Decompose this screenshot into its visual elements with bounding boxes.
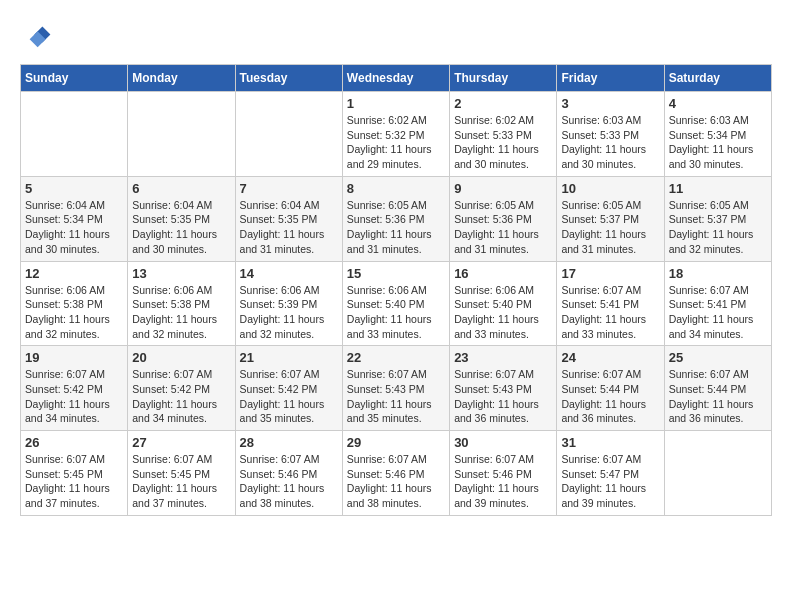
day-cell: 14Sunrise: 6:06 AMSunset: 5:39 PMDayligh… <box>235 261 342 346</box>
day-info: Sunrise: 6:07 AMSunset: 5:45 PMDaylight:… <box>132 452 230 511</box>
day-number: 18 <box>669 266 767 281</box>
weekday-header-wednesday: Wednesday <box>342 65 449 92</box>
logo-icon <box>20 20 52 52</box>
week-row-1: 1Sunrise: 6:02 AMSunset: 5:32 PMDaylight… <box>21 92 772 177</box>
week-row-4: 19Sunrise: 6:07 AMSunset: 5:42 PMDayligh… <box>21 346 772 431</box>
day-info: Sunrise: 6:07 AMSunset: 5:42 PMDaylight:… <box>132 367 230 426</box>
day-cell: 28Sunrise: 6:07 AMSunset: 5:46 PMDayligh… <box>235 431 342 516</box>
day-cell: 23Sunrise: 6:07 AMSunset: 5:43 PMDayligh… <box>450 346 557 431</box>
day-cell: 2Sunrise: 6:02 AMSunset: 5:33 PMDaylight… <box>450 92 557 177</box>
day-cell <box>235 92 342 177</box>
day-cell <box>21 92 128 177</box>
day-cell <box>664 431 771 516</box>
day-info: Sunrise: 6:05 AMSunset: 5:37 PMDaylight:… <box>669 198 767 257</box>
day-number: 24 <box>561 350 659 365</box>
day-number: 23 <box>454 350 552 365</box>
day-number: 16 <box>454 266 552 281</box>
day-cell: 24Sunrise: 6:07 AMSunset: 5:44 PMDayligh… <box>557 346 664 431</box>
day-number: 22 <box>347 350 445 365</box>
day-cell: 13Sunrise: 6:06 AMSunset: 5:38 PMDayligh… <box>128 261 235 346</box>
day-info: Sunrise: 6:07 AMSunset: 5:43 PMDaylight:… <box>454 367 552 426</box>
day-number: 21 <box>240 350 338 365</box>
day-number: 11 <box>669 181 767 196</box>
day-cell: 18Sunrise: 6:07 AMSunset: 5:41 PMDayligh… <box>664 261 771 346</box>
weekday-header-row: SundayMondayTuesdayWednesdayThursdayFrid… <box>21 65 772 92</box>
weekday-header-friday: Friday <box>557 65 664 92</box>
day-cell: 3Sunrise: 6:03 AMSunset: 5:33 PMDaylight… <box>557 92 664 177</box>
day-info: Sunrise: 6:06 AMSunset: 5:40 PMDaylight:… <box>347 283 445 342</box>
day-info: Sunrise: 6:02 AMSunset: 5:33 PMDaylight:… <box>454 113 552 172</box>
day-info: Sunrise: 6:04 AMSunset: 5:35 PMDaylight:… <box>240 198 338 257</box>
day-cell: 31Sunrise: 6:07 AMSunset: 5:47 PMDayligh… <box>557 431 664 516</box>
day-cell: 30Sunrise: 6:07 AMSunset: 5:46 PMDayligh… <box>450 431 557 516</box>
day-number: 20 <box>132 350 230 365</box>
day-cell: 11Sunrise: 6:05 AMSunset: 5:37 PMDayligh… <box>664 176 771 261</box>
day-number: 5 <box>25 181 123 196</box>
day-info: Sunrise: 6:04 AMSunset: 5:34 PMDaylight:… <box>25 198 123 257</box>
day-cell: 26Sunrise: 6:07 AMSunset: 5:45 PMDayligh… <box>21 431 128 516</box>
week-row-3: 12Sunrise: 6:06 AMSunset: 5:38 PMDayligh… <box>21 261 772 346</box>
day-number: 9 <box>454 181 552 196</box>
day-number: 25 <box>669 350 767 365</box>
day-number: 6 <box>132 181 230 196</box>
day-info: Sunrise: 6:05 AMSunset: 5:36 PMDaylight:… <box>454 198 552 257</box>
day-info: Sunrise: 6:07 AMSunset: 5:47 PMDaylight:… <box>561 452 659 511</box>
day-number: 29 <box>347 435 445 450</box>
day-number: 8 <box>347 181 445 196</box>
week-row-5: 26Sunrise: 6:07 AMSunset: 5:45 PMDayligh… <box>21 431 772 516</box>
day-cell: 20Sunrise: 6:07 AMSunset: 5:42 PMDayligh… <box>128 346 235 431</box>
day-info: Sunrise: 6:02 AMSunset: 5:32 PMDaylight:… <box>347 113 445 172</box>
day-cell <box>128 92 235 177</box>
day-cell: 1Sunrise: 6:02 AMSunset: 5:32 PMDaylight… <box>342 92 449 177</box>
day-info: Sunrise: 6:07 AMSunset: 5:42 PMDaylight:… <box>240 367 338 426</box>
day-number: 30 <box>454 435 552 450</box>
day-info: Sunrise: 6:06 AMSunset: 5:39 PMDaylight:… <box>240 283 338 342</box>
day-cell: 10Sunrise: 6:05 AMSunset: 5:37 PMDayligh… <box>557 176 664 261</box>
day-info: Sunrise: 6:07 AMSunset: 5:41 PMDaylight:… <box>669 283 767 342</box>
day-number: 19 <box>25 350 123 365</box>
day-cell: 6Sunrise: 6:04 AMSunset: 5:35 PMDaylight… <box>128 176 235 261</box>
day-info: Sunrise: 6:07 AMSunset: 5:46 PMDaylight:… <box>347 452 445 511</box>
day-cell: 17Sunrise: 6:07 AMSunset: 5:41 PMDayligh… <box>557 261 664 346</box>
day-number: 2 <box>454 96 552 111</box>
day-number: 31 <box>561 435 659 450</box>
weekday-header-saturday: Saturday <box>664 65 771 92</box>
weekday-header-sunday: Sunday <box>21 65 128 92</box>
day-number: 17 <box>561 266 659 281</box>
day-cell: 12Sunrise: 6:06 AMSunset: 5:38 PMDayligh… <box>21 261 128 346</box>
day-number: 15 <box>347 266 445 281</box>
day-info: Sunrise: 6:07 AMSunset: 5:46 PMDaylight:… <box>240 452 338 511</box>
day-number: 3 <box>561 96 659 111</box>
day-number: 1 <box>347 96 445 111</box>
day-info: Sunrise: 6:07 AMSunset: 5:41 PMDaylight:… <box>561 283 659 342</box>
day-info: Sunrise: 6:04 AMSunset: 5:35 PMDaylight:… <box>132 198 230 257</box>
header <box>20 20 772 52</box>
day-cell: 15Sunrise: 6:06 AMSunset: 5:40 PMDayligh… <box>342 261 449 346</box>
day-number: 26 <box>25 435 123 450</box>
day-info: Sunrise: 6:07 AMSunset: 5:44 PMDaylight:… <box>669 367 767 426</box>
day-cell: 27Sunrise: 6:07 AMSunset: 5:45 PMDayligh… <box>128 431 235 516</box>
day-number: 13 <box>132 266 230 281</box>
weekday-header-thursday: Thursday <box>450 65 557 92</box>
logo <box>20 20 56 52</box>
day-cell: 7Sunrise: 6:04 AMSunset: 5:35 PMDaylight… <box>235 176 342 261</box>
day-number: 12 <box>25 266 123 281</box>
day-cell: 9Sunrise: 6:05 AMSunset: 5:36 PMDaylight… <box>450 176 557 261</box>
day-cell: 25Sunrise: 6:07 AMSunset: 5:44 PMDayligh… <box>664 346 771 431</box>
day-info: Sunrise: 6:03 AMSunset: 5:34 PMDaylight:… <box>669 113 767 172</box>
day-number: 27 <box>132 435 230 450</box>
day-number: 10 <box>561 181 659 196</box>
weekday-header-tuesday: Tuesday <box>235 65 342 92</box>
day-info: Sunrise: 6:05 AMSunset: 5:37 PMDaylight:… <box>561 198 659 257</box>
day-cell: 19Sunrise: 6:07 AMSunset: 5:42 PMDayligh… <box>21 346 128 431</box>
day-info: Sunrise: 6:06 AMSunset: 5:38 PMDaylight:… <box>132 283 230 342</box>
day-number: 4 <box>669 96 767 111</box>
week-row-2: 5Sunrise: 6:04 AMSunset: 5:34 PMDaylight… <box>21 176 772 261</box>
day-cell: 16Sunrise: 6:06 AMSunset: 5:40 PMDayligh… <box>450 261 557 346</box>
day-number: 7 <box>240 181 338 196</box>
day-info: Sunrise: 6:07 AMSunset: 5:42 PMDaylight:… <box>25 367 123 426</box>
day-info: Sunrise: 6:07 AMSunset: 5:44 PMDaylight:… <box>561 367 659 426</box>
day-number: 28 <box>240 435 338 450</box>
day-cell: 8Sunrise: 6:05 AMSunset: 5:36 PMDaylight… <box>342 176 449 261</box>
day-cell: 21Sunrise: 6:07 AMSunset: 5:42 PMDayligh… <box>235 346 342 431</box>
